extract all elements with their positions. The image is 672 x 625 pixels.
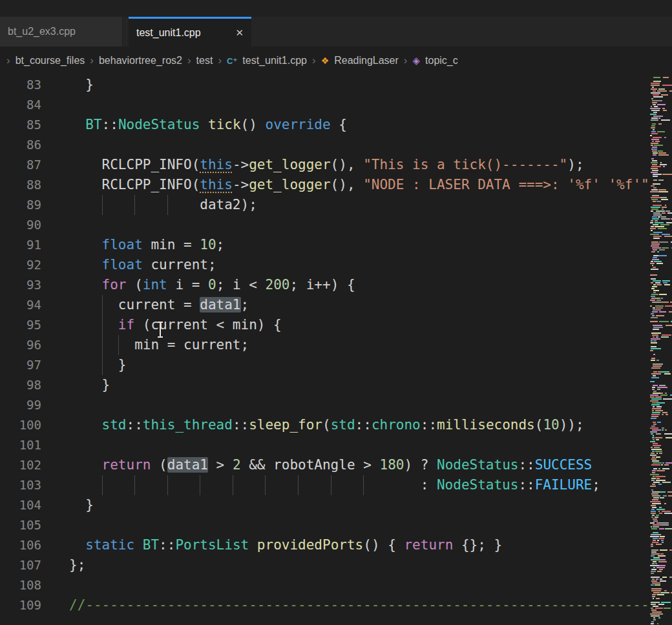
line-number[interactable]: 87 — [0, 155, 41, 175]
code-line[interactable]: 109//-----------------------------------… — [0, 595, 650, 615]
line-number[interactable]: 84 — [0, 95, 41, 115]
breadcrumb-item[interactable]: bt_course_files — [16, 55, 85, 67]
editor[interactable]: 83 }8485 BT::NodeStatus tick() override … — [0, 75, 672, 625]
minimap-row — [650, 460, 672, 462]
code-line[interactable]: 106 static BT::PortsList providedPorts()… — [0, 535, 650, 555]
code-line[interactable]: 87 RCLCPP_INFO(this->get_logger(), "This… — [0, 155, 650, 175]
code-line[interactable]: 96 min = current; — [0, 335, 650, 355]
code-token: min = — [143, 237, 200, 252]
code-line[interactable]: 86 — [0, 135, 650, 155]
line-number[interactable]: 100 — [0, 415, 41, 435]
code-token: std — [102, 417, 127, 433]
tab-test_unit1[interactable]: test_unit1.cpp ✕ — [129, 17, 251, 46]
line-number[interactable]: 99 — [0, 395, 41, 415]
code-line[interactable]: 83 } — [0, 75, 650, 95]
line-number[interactable]: 95 — [0, 315, 41, 335]
minimap-row — [650, 365, 672, 367]
code-line[interactable]: 103 : NodeStatus::FAILURE; — [0, 475, 650, 495]
line-number[interactable]: 108 — [0, 575, 41, 595]
close-icon[interactable]: ✕ — [235, 27, 244, 39]
line-number[interactable]: 96 — [0, 335, 41, 355]
code-line[interactable]: 92 float current; — [0, 255, 650, 275]
line-number[interactable]: 92 — [0, 255, 41, 275]
code-line[interactable]: 101 — [0, 435, 650, 455]
minimap[interactable] — [650, 75, 672, 625]
code-line[interactable]: 102 return (data1 > 2 && robotAngle > 18… — [0, 455, 650, 475]
code-line[interactable]: 85 BT::NodeStatus tick() override { — [0, 115, 650, 135]
code-line[interactable]: 89 data2); — [0, 195, 650, 215]
minimap-row — [650, 470, 672, 471]
code-line[interactable]: 90 — [0, 215, 650, 235]
code-text — [41, 435, 650, 455]
code-line[interactable]: 91 float min = 10; — [0, 235, 650, 255]
code-token: :: — [421, 417, 437, 433]
code-token — [69, 117, 85, 132]
code-line[interactable]: 107}; — [0, 555, 650, 575]
tab-bt_u2_ex3[interactable]: bt_u2_ex3.cpp — [0, 17, 123, 46]
line-number[interactable]: 93 — [0, 275, 41, 295]
minimap-row — [650, 522, 672, 524]
minimap-row — [650, 149, 672, 150]
line-number[interactable]: 83 — [0, 75, 41, 95]
breadcrumb-item[interactable]: test — [196, 55, 213, 67]
code-line[interactable]: 99 — [0, 395, 650, 415]
code-token: () — [241, 117, 266, 132]
line-number[interactable]: 88 — [0, 175, 41, 195]
minimap-row — [650, 594, 672, 595]
code-line[interactable]: 88 RCLCPP_INFO(this->get_logger(), "NODE… — [0, 175, 650, 195]
line-number[interactable]: 102 — [0, 455, 41, 475]
indent-guide — [134, 475, 135, 495]
line-number[interactable]: 103 — [0, 475, 41, 495]
minimap-row — [650, 98, 672, 99]
line-number[interactable]: 106 — [0, 535, 41, 555]
line-number[interactable]: 86 — [0, 135, 41, 155]
breadcrumb-item[interactable]: topic_c — [425, 55, 458, 67]
line-number[interactable]: 101 — [0, 435, 41, 455]
minimap-row — [650, 271, 672, 272]
line-number[interactable]: 94 — [0, 295, 41, 315]
line-number[interactable]: 104 — [0, 495, 41, 515]
line-number[interactable]: 85 — [0, 115, 41, 135]
minimap-row — [650, 77, 672, 78]
code-line[interactable]: 84 — [0, 95, 650, 115]
minimap-row — [650, 232, 672, 233]
code-area[interactable]: 83 }8485 BT::NodeStatus tick() override … — [0, 75, 650, 625]
minimap-row — [650, 139, 672, 140]
code-line[interactable]: 104 } — [0, 495, 650, 515]
code-text: float current; — [41, 255, 650, 275]
code-line[interactable]: 97 } — [0, 355, 650, 375]
breadcrumb-item[interactable]: test_unit1.cpp — [242, 55, 307, 67]
minimap-row — [650, 480, 672, 481]
minimap-row — [650, 333, 672, 334]
code-text: : NodeStatus::FAILURE; — [41, 475, 650, 495]
breadcrumb-item[interactable]: ReadingLaser — [334, 55, 399, 67]
minimap-row — [650, 422, 672, 423]
line-number[interactable]: 91 — [0, 235, 41, 255]
line-number[interactable]: 97 — [0, 355, 41, 375]
line-number[interactable]: 98 — [0, 375, 41, 395]
line-number[interactable]: 107 — [0, 555, 41, 575]
minimap-row — [650, 303, 672, 305]
code-line[interactable]: 93 for (int i = 0; i < 200; i++) { — [0, 275, 650, 295]
code-token: { — [331, 117, 347, 132]
breadcrumb-item[interactable]: behaviortree_ros2 — [99, 55, 182, 67]
code-text — [41, 215, 650, 235]
code-line[interactable]: 108 — [0, 575, 650, 595]
line-number[interactable]: 90 — [0, 215, 41, 235]
line-number[interactable]: 89 — [0, 195, 41, 215]
code-line[interactable]: 98 } — [0, 375, 650, 395]
line-number[interactable]: 105 — [0, 515, 41, 535]
code-line[interactable]: 95 if (current < min) { — [0, 315, 650, 335]
minimap-row — [650, 344, 672, 345]
code-line[interactable]: 105 — [0, 515, 650, 535]
code-token: //--------------------------------------… — [69, 597, 650, 613]
minimap-row — [650, 193, 672, 194]
code-token: int — [143, 277, 167, 292]
minimap-row — [650, 577, 672, 578]
line-number[interactable]: 109 — [0, 595, 41, 615]
minimap-row — [650, 164, 672, 165]
code-line[interactable]: 94 current = data1; — [0, 295, 650, 315]
code-line[interactable]: 100 std::this_thread::sleep_for(std::chr… — [0, 415, 650, 435]
code-token: )); — [560, 417, 584, 433]
code-token: RCLCPP_INFO( — [69, 157, 200, 172]
